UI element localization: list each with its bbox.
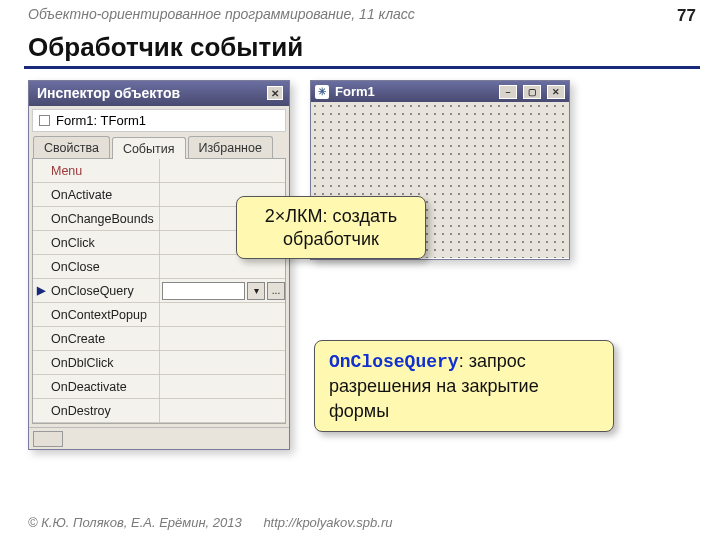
event-row[interactable]: OnDestroy xyxy=(33,399,285,423)
dropdown-button[interactable]: ▾ xyxy=(247,282,265,300)
tab-events[interactable]: События xyxy=(112,137,186,159)
row-arrow-icon: ▶ xyxy=(33,284,49,297)
event-name: OnContextPopup xyxy=(49,308,159,322)
desc-code: OnCloseQuery xyxy=(329,352,459,372)
close-icon[interactable]: ✕ xyxy=(267,86,283,100)
page-title: Обработчик событий xyxy=(28,32,303,63)
tab-properties[interactable]: Свойства xyxy=(33,136,110,158)
event-name: OnDblClick xyxy=(49,356,159,370)
inspector-titlebar[interactable]: Инспектор объектов ✕ xyxy=(29,81,289,106)
hint-line2: обработчик xyxy=(283,229,379,249)
form-titlebar[interactable]: ✳ Form1 – ▢ ✕ xyxy=(311,81,569,102)
event-name: Menu xyxy=(49,164,159,178)
tree-item-label: Form1: TForm1 xyxy=(56,113,146,128)
footer: © К.Ю. Поляков, Е.А. Ерёмин, 2013 http:/… xyxy=(28,515,392,530)
event-row[interactable]: OnCreate xyxy=(33,327,285,351)
hint-callout: 2×ЛКМ: создать обработчик xyxy=(236,196,426,259)
description-callout: OnCloseQuery: запрос разрешения на закры… xyxy=(314,340,614,432)
event-row[interactable]: OnContextPopup xyxy=(33,303,285,327)
event-name: OnDeactivate xyxy=(49,380,159,394)
maximize-button[interactable]: ▢ xyxy=(523,85,541,99)
event-name: OnCloseQuery xyxy=(49,284,159,298)
app-icon: ✳ xyxy=(315,85,329,99)
event-row-selected[interactable]: ▶ OnCloseQuery ▾ ... xyxy=(33,279,285,303)
footer-button[interactable] xyxy=(33,431,63,447)
inspector-footer xyxy=(29,427,289,449)
ellipsis-button[interactable]: ... xyxy=(267,282,285,300)
event-name: OnCreate xyxy=(49,332,159,346)
object-inspector-window: Инспектор объектов ✕ Form1: TForm1 Свойс… xyxy=(28,80,290,450)
tab-favorites[interactable]: Избранное xyxy=(188,136,273,158)
component-tree-item[interactable]: Form1: TForm1 xyxy=(32,109,286,132)
event-name: OnDestroy xyxy=(49,404,159,418)
form-icon xyxy=(39,115,50,126)
event-value-input[interactable] xyxy=(162,282,245,300)
inspector-tabs: Свойства События Избранное xyxy=(33,136,285,158)
close-button[interactable]: ✕ xyxy=(547,85,565,99)
event-row[interactable]: OnDeactivate xyxy=(33,375,285,399)
event-name: OnChangeBounds xyxy=(49,212,159,226)
footer-copyright: © К.Ю. Поляков, Е.А. Ерёмин, 2013 xyxy=(28,515,242,530)
inspector-title: Инспектор объектов xyxy=(37,85,180,101)
event-name: OnClose xyxy=(49,260,159,274)
event-row[interactable]: OnDblClick xyxy=(33,351,285,375)
page-number: 77 xyxy=(677,6,696,26)
footer-url: http://kpolyakov.spb.ru xyxy=(263,515,392,530)
event-name: OnActivate xyxy=(49,188,159,202)
hint-line1: 2×ЛКМ: создать xyxy=(265,206,397,226)
event-row[interactable]: Menu xyxy=(33,159,285,183)
breadcrumb: Объектно-ориентированное программировани… xyxy=(28,6,415,22)
event-name: OnClick xyxy=(49,236,159,250)
form-title: Form1 xyxy=(335,84,375,99)
title-underline xyxy=(24,66,700,69)
minimize-button[interactable]: – xyxy=(499,85,517,99)
